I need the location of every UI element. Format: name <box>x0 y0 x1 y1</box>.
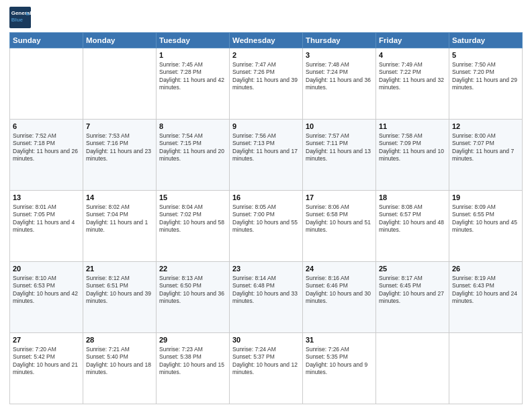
calendar-cell: 15Sunrise: 8:04 AM Sunset: 7:02 PM Dayli… <box>157 191 230 262</box>
day-info: Sunrise: 8:17 AM Sunset: 6:45 PM Dayligh… <box>379 275 446 306</box>
day-info: Sunrise: 8:08 AM Sunset: 6:57 PM Dayligh… <box>379 203 446 234</box>
day-number: 15 <box>159 193 226 203</box>
day-number: 7 <box>86 122 153 132</box>
calendar-cell: 26Sunrise: 8:19 AM Sunset: 6:43 PM Dayli… <box>449 262 523 333</box>
day-info: Sunrise: 8:10 AM Sunset: 6:53 PM Dayligh… <box>13 275 80 306</box>
calendar-cell: 8Sunrise: 7:54 AM Sunset: 7:15 PM Daylig… <box>157 120 230 191</box>
calendar-cell <box>449 333 523 404</box>
calendar-cell: 17Sunrise: 8:06 AM Sunset: 6:58 PM Dayli… <box>303 191 376 262</box>
day-info: Sunrise: 8:16 AM Sunset: 6:46 PM Dayligh… <box>306 275 373 306</box>
calendar-cell: 7Sunrise: 7:53 AM Sunset: 7:16 PM Daylig… <box>83 120 157 191</box>
calendar-cell: 14Sunrise: 8:02 AM Sunset: 7:04 PM Dayli… <box>83 191 157 262</box>
day-number: 14 <box>86 193 153 203</box>
day-info: Sunrise: 8:02 AM Sunset: 7:04 PM Dayligh… <box>86 203 153 234</box>
day-number: 17 <box>306 193 373 203</box>
day-number: 30 <box>232 335 300 345</box>
svg-text:Blue: Blue <box>11 17 24 23</box>
calendar-cell: 23Sunrise: 8:14 AM Sunset: 6:48 PM Dayli… <box>230 262 303 333</box>
day-info: Sunrise: 7:57 AM Sunset: 7:11 PM Dayligh… <box>306 132 373 163</box>
day-info: Sunrise: 7:53 AM Sunset: 7:16 PM Dayligh… <box>86 132 153 163</box>
calendar-cell: 16Sunrise: 8:05 AM Sunset: 7:00 PM Dayli… <box>230 191 303 262</box>
day-info: Sunrise: 7:56 AM Sunset: 7:13 PM Dayligh… <box>232 132 300 163</box>
calendar-cell: 10Sunrise: 7:57 AM Sunset: 7:11 PM Dayli… <box>303 120 376 191</box>
weekday-header-tuesday: Tuesday <box>157 33 230 48</box>
calendar-cell: 3Sunrise: 7:48 AM Sunset: 7:24 PM Daylig… <box>303 48 376 120</box>
calendar-cell <box>10 48 83 120</box>
day-number: 26 <box>452 264 519 274</box>
calendar-cell: 22Sunrise: 8:13 AM Sunset: 6:50 PM Dayli… <box>157 262 230 333</box>
week-row-2: 6Sunrise: 7:52 AM Sunset: 7:18 PM Daylig… <box>10 120 523 191</box>
calendar-cell: 13Sunrise: 8:01 AM Sunset: 7:05 PM Dayli… <box>10 191 83 262</box>
calendar-cell: 29Sunrise: 7:23 AM Sunset: 5:38 PM Dayli… <box>157 333 230 404</box>
day-number: 25 <box>379 264 446 274</box>
calendar-cell: 9Sunrise: 7:56 AM Sunset: 7:13 PM Daylig… <box>230 120 303 191</box>
weekday-header-monday: Monday <box>83 33 157 48</box>
header: General Blue <box>9 7 523 28</box>
calendar-cell: 31Sunrise: 7:26 AM Sunset: 5:35 PM Dayli… <box>303 333 376 404</box>
calendar-cell: 11Sunrise: 7:58 AM Sunset: 7:09 PM Dayli… <box>376 120 449 191</box>
day-info: Sunrise: 8:12 AM Sunset: 6:51 PM Dayligh… <box>86 275 153 306</box>
calendar-cell: 2Sunrise: 7:47 AM Sunset: 7:26 PM Daylig… <box>230 48 303 120</box>
day-info: Sunrise: 8:05 AM Sunset: 7:00 PM Dayligh… <box>232 203 300 234</box>
calendar-cell <box>376 333 449 404</box>
day-info: Sunrise: 7:21 AM Sunset: 5:40 PM Dayligh… <box>86 346 153 377</box>
day-number: 28 <box>86 335 153 345</box>
day-info: Sunrise: 7:52 AM Sunset: 7:18 PM Dayligh… <box>13 132 80 163</box>
calendar-cell: 24Sunrise: 8:16 AM Sunset: 6:46 PM Dayli… <box>303 262 376 333</box>
day-number: 22 <box>159 264 226 274</box>
day-number: 16 <box>232 193 300 203</box>
day-info: Sunrise: 7:24 AM Sunset: 5:37 PM Dayligh… <box>232 346 300 377</box>
day-info: Sunrise: 7:58 AM Sunset: 7:09 PM Dayligh… <box>379 132 446 163</box>
day-number: 3 <box>306 50 373 60</box>
day-number: 10 <box>306 122 373 132</box>
day-number: 27 <box>13 335 80 345</box>
day-info: Sunrise: 7:54 AM Sunset: 7:15 PM Dayligh… <box>159 132 226 163</box>
day-number: 1 <box>159 50 226 60</box>
calendar-table: SundayMondayTuesdayWednesdayThursdayFrid… <box>9 32 523 404</box>
weekday-header-thursday: Thursday <box>303 33 376 48</box>
logo-icon: General Blue <box>9 7 31 28</box>
day-info: Sunrise: 8:00 AM Sunset: 7:07 PM Dayligh… <box>452 132 519 163</box>
day-number: 13 <box>13 193 80 203</box>
day-number: 29 <box>159 335 226 345</box>
calendar-cell <box>83 48 157 120</box>
day-number: 2 <box>232 50 300 60</box>
day-number: 8 <box>159 122 226 132</box>
day-number: 23 <box>232 264 300 274</box>
day-info: Sunrise: 7:26 AM Sunset: 5:35 PM Dayligh… <box>306 346 373 377</box>
day-number: 24 <box>306 264 373 274</box>
day-number: 6 <box>13 122 80 132</box>
calendar-cell: 20Sunrise: 8:10 AM Sunset: 6:53 PM Dayli… <box>10 262 83 333</box>
day-number: 11 <box>379 122 446 132</box>
day-info: Sunrise: 8:01 AM Sunset: 7:05 PM Dayligh… <box>13 203 80 234</box>
weekday-header-sunday: Sunday <box>10 33 83 48</box>
weekday-header-friday: Friday <box>376 33 449 48</box>
calendar-cell: 27Sunrise: 7:20 AM Sunset: 5:42 PM Dayli… <box>10 333 83 404</box>
calendar-cell: 28Sunrise: 7:21 AM Sunset: 5:40 PM Dayli… <box>83 333 157 404</box>
calendar-cell: 5Sunrise: 7:50 AM Sunset: 7:20 PM Daylig… <box>449 48 523 120</box>
calendar-cell: 12Sunrise: 8:00 AM Sunset: 7:07 PM Dayli… <box>449 120 523 191</box>
day-info: Sunrise: 7:45 AM Sunset: 7:28 PM Dayligh… <box>159 61 226 92</box>
page: General Blue SundayMondayTuesdayWednesda… <box>0 0 532 411</box>
week-row-5: 27Sunrise: 7:20 AM Sunset: 5:42 PM Dayli… <box>10 333 523 404</box>
day-info: Sunrise: 7:48 AM Sunset: 7:24 PM Dayligh… <box>306 61 373 92</box>
day-number: 9 <box>232 122 300 132</box>
day-info: Sunrise: 7:47 AM Sunset: 7:26 PM Dayligh… <box>232 61 300 92</box>
day-info: Sunrise: 7:23 AM Sunset: 5:38 PM Dayligh… <box>159 346 226 377</box>
calendar-cell: 21Sunrise: 8:12 AM Sunset: 6:51 PM Dayli… <box>83 262 157 333</box>
weekday-header-wednesday: Wednesday <box>230 33 303 48</box>
week-row-3: 13Sunrise: 8:01 AM Sunset: 7:05 PM Dayli… <box>10 191 523 262</box>
weekday-header-saturday: Saturday <box>449 33 523 48</box>
day-number: 31 <box>306 335 373 345</box>
day-number: 20 <box>13 264 80 274</box>
day-number: 4 <box>379 50 446 60</box>
day-info: Sunrise: 8:09 AM Sunset: 6:55 PM Dayligh… <box>452 203 519 234</box>
calendar-cell: 1Sunrise: 7:45 AM Sunset: 7:28 PM Daylig… <box>157 48 230 120</box>
week-row-1: 1Sunrise: 7:45 AM Sunset: 7:28 PM Daylig… <box>10 48 523 120</box>
day-info: Sunrise: 7:49 AM Sunset: 7:22 PM Dayligh… <box>379 61 446 92</box>
day-info: Sunrise: 8:04 AM Sunset: 7:02 PM Dayligh… <box>159 203 226 234</box>
day-info: Sunrise: 7:20 AM Sunset: 5:42 PM Dayligh… <box>13 346 80 377</box>
day-number: 19 <box>452 193 519 203</box>
calendar-cell: 19Sunrise: 8:09 AM Sunset: 6:55 PM Dayli… <box>449 191 523 262</box>
weekday-header-row: SundayMondayTuesdayWednesdayThursdayFrid… <box>10 33 523 48</box>
